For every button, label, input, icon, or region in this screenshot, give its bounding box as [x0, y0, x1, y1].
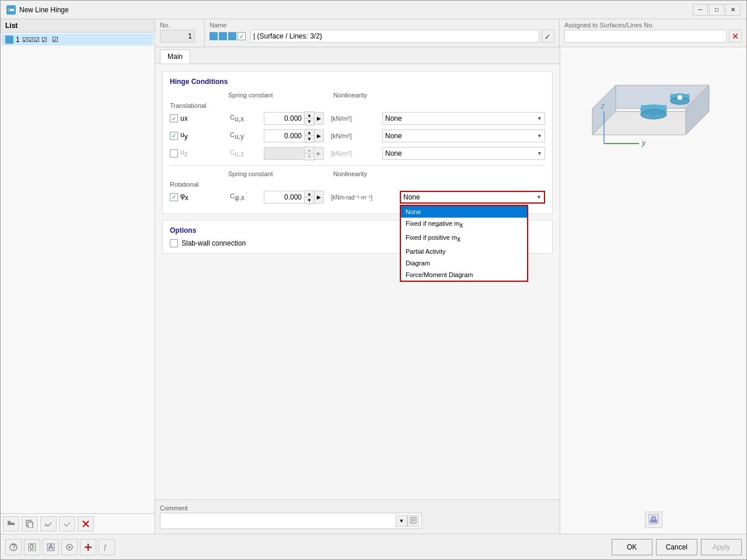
- tool-btn-4[interactable]: [61, 539, 78, 555]
- uy-nonlinearity-select[interactable]: None ▼: [382, 130, 545, 142]
- apply-button[interactable]: Apply: [701, 539, 742, 555]
- comment-left: Comment ▼: [160, 505, 422, 529]
- bottom-left-tools: ? 0 A ƒ: [5, 539, 115, 555]
- name-input[interactable]: [250, 30, 539, 43]
- svg-rect-3: [8, 521, 11, 523]
- no-input[interactable]: [160, 30, 195, 43]
- phix-value-input[interactable]: [264, 191, 305, 204]
- ux-check-label: ux: [170, 114, 225, 123]
- bottom-toolbar: ? 0 A ƒ OK Cancel Apply: [1, 534, 746, 559]
- sidebar-btn-check2[interactable]: [59, 516, 75, 531]
- phix-checkbox[interactable]: [170, 193, 178, 201]
- comment-edit-btn[interactable]: [407, 515, 419, 527]
- phix-spin-down[interactable]: ▼: [305, 197, 314, 204]
- uz-check-label: uz: [170, 148, 225, 158]
- svg-text:ƒ: ƒ: [103, 543, 107, 551]
- uy-nonlinearity-value: None: [385, 132, 402, 140]
- maximize-button[interactable]: □: [709, 4, 724, 16]
- comment-input[interactable]: [163, 517, 393, 524]
- cuy-label: Cu,y: [230, 131, 259, 141]
- svg-point-40: [68, 546, 71, 548]
- svg-point-21: [641, 110, 666, 119]
- assigned-clear-button[interactable]: [729, 30, 742, 43]
- dropdown-item-none[interactable]: None: [401, 206, 527, 218]
- svg-text:0: 0: [30, 543, 34, 551]
- assigned-input[interactable]: [564, 30, 727, 43]
- uz-nonlinearity-select[interactable]: None ▼: [382, 147, 545, 160]
- svg-point-32: [651, 516, 656, 521]
- svg-text:A: A: [48, 543, 53, 551]
- sidebar-btn-add[interactable]: [3, 516, 19, 531]
- name-checkbox[interactable]: [238, 32, 246, 40]
- uz-checkbox[interactable]: [170, 149, 178, 158]
- sidebar-content: 1 ☑☑☑ ☑ ☑: [1, 33, 155, 513]
- ux-checkbox[interactable]: [170, 114, 178, 123]
- nonlinearity-rot-header: Nonlinearity: [322, 170, 545, 177]
- svg-rect-8: [545, 38, 547, 38]
- hinge-conditions-box: Hinge Conditions Spring constant Nonline…: [162, 71, 553, 214]
- uz-row: uz Cu,z ▲ ▼ ▶: [170, 146, 545, 160]
- uz-unit: [kN/m²]: [331, 150, 378, 157]
- ux-spin-down[interactable]: ▼: [305, 118, 314, 125]
- uy-spin-up[interactable]: ▲: [305, 130, 314, 136]
- sidebar-btn-copy[interactable]: [22, 516, 38, 531]
- preview-bottom: [645, 506, 662, 528]
- tool-btn-3[interactable]: A: [43, 539, 59, 555]
- cuz-label: Cu,z: [230, 149, 259, 158]
- bottom-right-actions: OK Cancel Apply: [612, 539, 742, 555]
- dropdown-item-force-moment[interactable]: Force/Moment Diagram: [401, 269, 527, 281]
- main-content: List 1 ☑☑☑ ☑ ☑: [1, 19, 746, 534]
- ok-button[interactable]: OK: [612, 539, 652, 555]
- tool-btn-2[interactable]: 0: [24, 539, 40, 555]
- tab-main[interactable]: Main: [160, 50, 190, 64]
- ux-nonlinearity-container: None ▼: [382, 112, 545, 125]
- dropdown-item-partial[interactable]: Partial Activity: [401, 246, 527, 257]
- uy-check-label: uy: [170, 131, 225, 141]
- ux-label: ux: [180, 114, 188, 123]
- uy-checkbox[interactable]: [170, 132, 178, 140]
- nonlinearity-header: Nonlinearity: [322, 92, 545, 99]
- svg-text:?: ?: [12, 543, 16, 551]
- phix-spin-up[interactable]: ▲: [305, 191, 314, 197]
- uy-arrow-btn[interactable]: ▶: [315, 130, 324, 142]
- ux-unit: [kN/m²]: [331, 115, 378, 122]
- cancel-button[interactable]: Cancel: [656, 539, 697, 555]
- title-bar: New Line Hinge ─ □ ✕: [1, 1, 746, 19]
- uy-value-input[interactable]: [264, 130, 305, 142]
- svg-text:z: z: [601, 102, 605, 110]
- slab-wall-checkbox[interactable]: [170, 239, 178, 247]
- tool-btn-1[interactable]: ?: [5, 539, 22, 555]
- ux-spin-up[interactable]: ▲: [305, 112, 314, 118]
- uy-spin-down[interactable]: ▼: [305, 136, 314, 142]
- uz-spin-up: ▲: [305, 147, 314, 153]
- sidebar-btn-check1[interactable]: [40, 516, 57, 531]
- comment-dropdown-btn[interactable]: ▼: [396, 515, 407, 527]
- ux-value-input[interactable]: [264, 112, 305, 125]
- phix-spinners: ▲ ▼: [305, 190, 315, 204]
- preview-icon-btn[interactable]: [645, 512, 662, 528]
- ux-nonlinearity-select[interactable]: None ▼: [382, 112, 545, 125]
- comment-right: [427, 505, 555, 529]
- ux-row: ux Cu,x ▲ ▼ ▶: [170, 111, 545, 125]
- svg-rect-5: [28, 522, 33, 528]
- hinge-conditions-title: Hinge Conditions: [170, 78, 545, 86]
- sidebar-item-1[interactable]: 1 ☑☑☑ ☑ ☑: [2, 34, 153, 46]
- phix-select-arrow: ▼: [536, 194, 542, 200]
- comment-label: Comment: [160, 505, 422, 512]
- minimize-button[interactable]: ─: [693, 4, 708, 16]
- phix-nonlinearity-select[interactable]: None ▼: [400, 191, 545, 204]
- close-button[interactable]: ✕: [725, 4, 741, 16]
- rotational-headers: Spring constant Nonlinearity: [170, 170, 545, 177]
- phix-arrow-btn[interactable]: ▶: [315, 191, 324, 204]
- ux-select-arrow: ▼: [537, 116, 542, 121]
- item-checkbox-extra: ☑: [52, 36, 58, 44]
- name-edit-button[interactable]: [542, 30, 554, 43]
- ux-spinners: ▲ ▼: [305, 111, 315, 125]
- sidebar-btn-delete[interactable]: [78, 516, 94, 531]
- ux-arrow-btn[interactable]: ▶: [315, 112, 324, 125]
- dropdown-item-fixed-pos[interactable]: Fixed if positive mx: [401, 232, 527, 246]
- dropdown-item-fixed-neg[interactable]: Fixed if negative mx: [401, 218, 527, 232]
- tool-btn-5[interactable]: [80, 539, 96, 555]
- tool-btn-6[interactable]: ƒ: [99, 539, 115, 555]
- dropdown-item-diagram[interactable]: Diagram: [401, 257, 527, 269]
